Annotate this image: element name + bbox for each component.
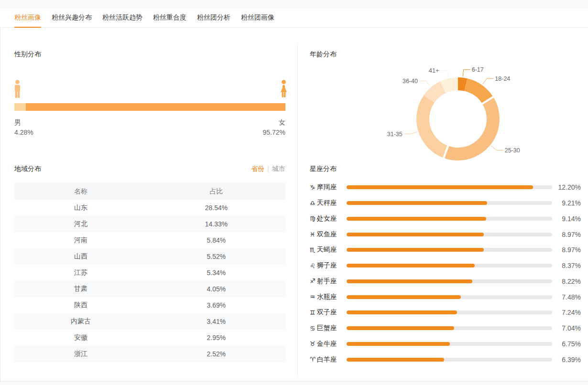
age-label-line-36-40: [419, 81, 431, 86]
tab-1[interactable]: 粉丝画像: [14, 9, 41, 28]
female-stat: 女 95.72%: [263, 118, 285, 138]
zodiac-symbol-icon: ♋: [310, 325, 316, 332]
region-name: 河北: [14, 216, 147, 232]
zodiac-row-9: ♊双子座7.24%: [310, 305, 581, 321]
zodiac-bar-fill: [347, 326, 454, 330]
zodiac-bar-fill: [347, 295, 461, 299]
zodiac-symbol-icon: ♈: [310, 356, 316, 363]
gender-bar-female-segment: [26, 103, 285, 111]
zodiac-label: 金牛座: [317, 340, 337, 348]
age-label-6-17: 6-17: [472, 66, 484, 73]
toggle-province[interactable]: 省份: [251, 165, 264, 172]
tab-4[interactable]: 粉丝重合度: [153, 9, 186, 28]
zodiac-row-6: ♌狮子座8.37%: [310, 258, 581, 274]
zodiac-symbol-icon: ♊: [310, 309, 316, 316]
zodiac-bar-track: [347, 264, 552, 267]
zodiac-value: 8.37%: [552, 262, 581, 269]
region-name: 河南: [14, 232, 147, 248]
region-table-row: 甘肃4.05%: [14, 281, 285, 297]
zodiac-name: ♐射手座: [310, 277, 347, 286]
age-label-31-35: 31-35: [387, 131, 403, 138]
zodiac-value: 7.04%: [552, 324, 581, 332]
zodiac-label: 白羊座: [317, 355, 337, 364]
region-name: 陕西: [14, 297, 147, 313]
zodiac-bar-track: [347, 201, 552, 205]
age-label-36-40: 36-40: [403, 78, 418, 85]
region-share: 2.52%: [147, 346, 285, 362]
female-percent: 95.72%: [263, 128, 285, 138]
zodiac-bar-track: [347, 326, 552, 330]
region-name: 浙江: [14, 346, 147, 362]
fan-analytics-page: 粉丝画像粉丝兴趣分布粉丝活跃趋势粉丝重合度粉丝团分析粉丝团画像 性别分布 男 4…: [0, 0, 588, 385]
zodiac-symbol-icon: ♏: [310, 246, 316, 254]
zodiac-name: ♉金牛座: [310, 340, 347, 348]
zodiac-symbol-icon: ♓: [310, 231, 316, 238]
male-stat: 男 4.28%: [14, 118, 33, 138]
zodiac-name: ♌狮子座: [310, 261, 347, 270]
zodiac-symbol-icon: ♑: [310, 184, 316, 191]
zodiac-name: ♍处女座: [310, 214, 347, 223]
age-label-line-41+: [440, 71, 448, 78]
zodiac-value: 8.22%: [552, 278, 581, 285]
region-share: 5.52%: [147, 248, 285, 265]
zodiac-label: 摩羯座: [317, 183, 337, 192]
region-table-row: 江苏5.34%: [14, 265, 285, 281]
zodiac-row-11: ♉金牛座6.75%: [310, 336, 581, 352]
zodiac-bar-fill: [347, 201, 487, 205]
female-icon: [280, 80, 288, 98]
zodiac-bar-list: ♑摩羯座12.20%♎天秤座9.21%♍处女座9.14%♓双鱼座8.97%♏天蝎…: [310, 180, 581, 367]
zodiac-row-2: ♎天秤座9.21%: [310, 195, 581, 211]
zodiac-bar-track: [347, 342, 552, 346]
region-name: 安徽: [14, 330, 147, 346]
zodiac-bar-fill: [347, 248, 484, 252]
zodiac-name: ♒水瓶座: [310, 293, 347, 301]
age-label-line-31-35: [404, 132, 417, 134]
zodiac-row-7: ♐射手座8.22%: [310, 274, 581, 289]
zodiac-row-5: ♏天蝎座8.97%: [310, 242, 581, 258]
zodiac-bar-track: [347, 279, 552, 283]
age-slice-25-30: [444, 97, 500, 160]
zodiac-symbol-icon: ♐: [310, 278, 316, 285]
tab-3[interactable]: 粉丝活跃趋势: [102, 9, 142, 28]
region-share: 2.95%: [147, 330, 285, 346]
zodiac-bar-track: [347, 217, 552, 221]
tab-2[interactable]: 粉丝兴趣分布: [52, 9, 92, 28]
toggle-city[interactable]: 城市: [272, 165, 285, 172]
tab-6[interactable]: 粉丝团画像: [241, 9, 274, 28]
zodiac-name: ♈白羊座: [310, 355, 347, 364]
zodiac-label: 天蝎座: [317, 246, 337, 254]
region-table-header-row: 名称 占比: [14, 183, 285, 200]
region-share: 3.41%: [147, 313, 285, 330]
region-share: 5.84%: [147, 232, 285, 248]
zodiac-label: 处女座: [317, 214, 337, 223]
zodiac-row-4: ♓双鱼座8.97%: [310, 226, 581, 242]
zodiac-bar-track: [347, 233, 552, 236]
region-name: 山东: [14, 200, 147, 216]
zodiac-bar-fill: [347, 185, 533, 189]
zodiac-bar-fill: [347, 342, 450, 346]
region-table-row: 河北14.33%: [14, 216, 285, 232]
zodiac-bar-track: [347, 310, 552, 314]
tab-5[interactable]: 粉丝团分析: [197, 9, 230, 28]
zodiac-label: 巨蟹座: [317, 324, 337, 332]
age-slice-31-35: [416, 95, 448, 158]
zodiac-label: 射手座: [317, 277, 337, 286]
region-share: 28.54%: [147, 200, 285, 216]
zodiac-bar-fill: [347, 310, 457, 314]
zodiac-label: 天秤座: [317, 199, 337, 207]
zodiac-symbol-icon: ♉: [310, 340, 316, 347]
zodiac-name: ♊双子座: [310, 308, 347, 317]
region-share: 14.33%: [147, 216, 285, 232]
gender-section-title: 性别分布: [14, 50, 41, 59]
zodiac-label: 狮子座: [317, 261, 337, 270]
region-name: 江苏: [14, 265, 147, 281]
region-table-row: 浙江2.52%: [14, 346, 285, 362]
age-label-line-25-30: [491, 146, 503, 150]
zodiac-bar-fill: [347, 279, 472, 283]
region-col-name: 名称: [14, 183, 147, 200]
male-percent: 4.28%: [14, 128, 33, 138]
region-share: 3.69%: [147, 297, 285, 313]
zodiac-symbol-icon: ♍: [310, 215, 316, 222]
region-section-title: 地域分布: [14, 165, 41, 173]
zodiac-bar-track: [347, 295, 552, 299]
